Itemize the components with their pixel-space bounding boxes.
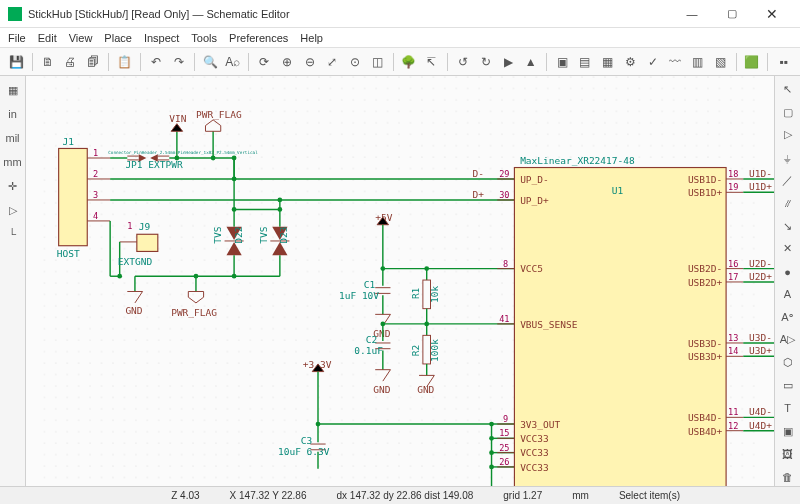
svg-text:13: 13 xyxy=(728,333,738,343)
find-icon[interactable]: 🔍 xyxy=(200,51,221,73)
find-replace-icon[interactable]: A⌕ xyxy=(223,51,244,73)
menubar: File Edit View Place Inspect Tools Prefe… xyxy=(0,28,800,48)
svg-text:14: 14 xyxy=(728,346,738,356)
status-selection: Select item(s) xyxy=(619,490,680,501)
svg-text:29: 29 xyxy=(499,169,509,179)
cursor-shape-icon[interactable]: ✛ xyxy=(3,176,23,196)
redo-icon[interactable]: ↷ xyxy=(168,51,189,73)
left-toolbar: ▦ in mil mm ✛ ▷ └ xyxy=(0,76,26,486)
min-button[interactable]: — xyxy=(672,0,712,27)
add-power-icon[interactable]: ⏚ xyxy=(778,148,798,167)
add-sheet-icon[interactable]: ▭ xyxy=(778,376,798,395)
add-bus-icon[interactable]: ⫽ xyxy=(778,194,798,213)
paste-icon[interactable]: 📋 xyxy=(114,51,135,73)
mirror-v-icon[interactable]: ▲ xyxy=(520,51,541,73)
footprint-assign-icon[interactable]: ▦ xyxy=(597,51,618,73)
rotate-cw-icon[interactable]: ↻ xyxy=(475,51,496,73)
hidden-pins-icon[interactable]: ▷ xyxy=(3,200,23,220)
menu-edit[interactable]: Edit xyxy=(38,32,57,44)
units-mil-icon[interactable]: mil xyxy=(3,128,23,148)
svg-text:VCC33: VCC33 xyxy=(520,462,549,473)
zoom-fit-icon[interactable]: ⤢ xyxy=(322,51,343,73)
svg-text:17: 17 xyxy=(728,272,738,282)
assign-fp-icon[interactable]: ▥ xyxy=(688,51,709,73)
menu-file[interactable]: File xyxy=(8,32,26,44)
add-wire-icon[interactable]: ／ xyxy=(778,171,798,190)
svg-text:USB1D+: USB1D+ xyxy=(688,187,723,198)
add-hierlabel-icon[interactable]: ⬡ xyxy=(778,353,798,372)
svg-point-83 xyxy=(489,436,494,441)
menu-place[interactable]: Place xyxy=(104,32,132,44)
hierarchy-icon[interactable]: 🌳 xyxy=(399,51,420,73)
units-in-icon[interactable]: in xyxy=(3,104,23,124)
svg-text:U1D+: U1D+ xyxy=(749,181,772,192)
r2-ref: R2 xyxy=(410,345,421,356)
add-symbol-icon[interactable]: ▷ xyxy=(778,126,798,145)
save-icon[interactable]: 💾 xyxy=(6,51,27,73)
annotate-icon[interactable]: ⚙ xyxy=(620,51,641,73)
close-button[interactable]: ✕ xyxy=(752,0,792,27)
select-icon[interactable]: ↖ xyxy=(778,80,798,99)
d22-name: TVS xyxy=(212,226,223,243)
bom-icon[interactable]: ▧ xyxy=(710,51,731,73)
add-wire-entry-icon[interactable]: ↘ xyxy=(778,217,798,236)
add-textbox-icon[interactable]: ▣ xyxy=(778,422,798,441)
show-lines-icon[interactable]: └ xyxy=(3,224,23,244)
open-pcb-icon[interactable]: 🟩 xyxy=(742,51,763,73)
rotate-ccw-icon[interactable]: ↺ xyxy=(453,51,474,73)
r2-val: 100k xyxy=(429,339,440,362)
add-netclass-icon[interactable]: Aᵒ xyxy=(778,308,798,327)
zoom-in-icon[interactable]: ⊕ xyxy=(277,51,298,73)
svg-text:3V3_OUT: 3V3_OUT xyxy=(520,419,560,430)
leave-sheet-icon[interactable]: ↸ xyxy=(421,51,442,73)
grid-icon[interactable]: ▦ xyxy=(3,80,23,100)
svg-text:8: 8 xyxy=(503,259,508,269)
highlight-net-icon[interactable]: ▢ xyxy=(778,103,798,122)
erc-icon[interactable]: ✓ xyxy=(642,51,663,73)
refresh-icon[interactable]: ⟳ xyxy=(254,51,275,73)
j1-pin2: 2 xyxy=(93,169,98,179)
add-noconnect-icon[interactable]: ✕ xyxy=(778,239,798,258)
symbol-editor-icon[interactable]: ▣ xyxy=(552,51,573,73)
u1-title: MaxLinear_XR22417-48 xyxy=(520,155,635,166)
svg-text:VCC33: VCC33 xyxy=(520,433,549,444)
svg-text:VBUS_SENSE: VBUS_SENSE xyxy=(520,319,578,330)
svg-text:9: 9 xyxy=(503,414,508,424)
svg-text:11: 11 xyxy=(728,407,738,417)
undo-icon[interactable]: ↶ xyxy=(146,51,167,73)
bulk-edit-icon[interactable]: ▪▪ xyxy=(773,51,794,73)
add-image-icon[interactable]: 🖼 xyxy=(778,445,798,464)
browse-symbols-icon[interactable]: ▤ xyxy=(575,51,596,73)
svg-text:VCC33: VCC33 xyxy=(520,447,549,458)
mirror-h-icon[interactable]: ▶ xyxy=(498,51,519,73)
dminus-label: D- xyxy=(472,168,483,179)
units-mm-icon[interactable]: mm xyxy=(3,152,23,172)
delete-icon[interactable]: 🗑 xyxy=(778,467,798,486)
print-icon[interactable]: 🖨 xyxy=(60,51,81,73)
svg-point-36 xyxy=(232,274,237,279)
menu-inspect[interactable]: Inspect xyxy=(144,32,179,44)
d23-ref: D23 xyxy=(278,226,289,243)
add-global-label-icon[interactable]: A▷ xyxy=(778,331,798,350)
add-text-icon[interactable]: T xyxy=(778,399,798,418)
status-xy: X 147.32 Y 22.86 xyxy=(230,490,307,501)
menu-preferences[interactable]: Preferences xyxy=(229,32,288,44)
zoom-out-icon[interactable]: ⊖ xyxy=(299,51,320,73)
svg-point-18 xyxy=(175,156,180,161)
menu-help[interactable]: Help xyxy=(300,32,323,44)
zoom-objects-icon[interactable]: ⊙ xyxy=(344,51,365,73)
zoom-selection-icon[interactable]: ◫ xyxy=(367,51,388,73)
add-label-icon[interactable]: A xyxy=(778,285,798,304)
schematic-canvas[interactable]: J1 1 2 3 4 HOST JP1 EXTPWR Connector_Pin… xyxy=(26,76,774,486)
add-junction-icon[interactable]: ● xyxy=(778,262,798,281)
menu-tools[interactable]: Tools xyxy=(191,32,217,44)
status-zoom: Z 4.03 xyxy=(171,490,199,501)
page-settings-icon[interactable]: 🗎 xyxy=(38,51,59,73)
svg-text:USB1D-: USB1D- xyxy=(688,174,722,185)
svg-text:USB3D+: USB3D+ xyxy=(688,351,723,362)
max-button[interactable]: ▢ xyxy=(712,0,752,27)
r1-ref: R1 xyxy=(410,287,421,299)
menu-view[interactable]: View xyxy=(69,32,93,44)
plot-icon[interactable]: 🗐 xyxy=(83,51,104,73)
sim-icon[interactable]: 〰 xyxy=(665,51,686,73)
